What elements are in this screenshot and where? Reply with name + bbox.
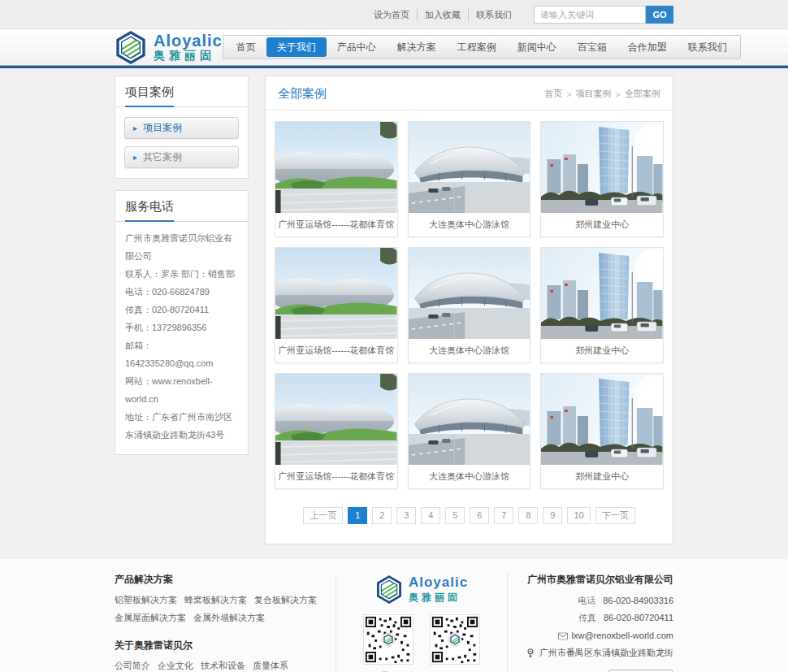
footer-about-title: 关于奥雅雷诺贝尔 <box>115 639 331 652</box>
breadcrumb: 首页>项目案例>全部案例 <box>544 88 660 100</box>
case-image <box>541 374 663 465</box>
footer-product-link[interactable]: 复合板解决方案 <box>254 594 317 606</box>
panel-head: 项目案例 <box>115 76 248 107</box>
sidebar-case-item[interactable]: ▸项目案例 <box>124 117 239 139</box>
nav-item-联系我们[interactable]: 联系我们 <box>678 37 738 57</box>
qr-code-block[interactable]: 进入微信网站 <box>428 614 482 672</box>
search-input[interactable] <box>534 6 646 24</box>
case-image <box>409 248 530 339</box>
footer-about-link[interactable]: 技术和设备 <box>201 660 245 672</box>
sidebar-cases-panel: 项目案例 ▸项目案例▸其它案例 <box>115 76 249 179</box>
brand-logo[interactable]: Aloyalic 奥雅丽固 <box>115 30 223 65</box>
pagination-next-button[interactable]: 下一页 <box>595 507 635 524</box>
footer-products-links: 铝塑板解决方案蜂窝板解决方案复合板解决方案金属屋面解决方案金属外墙解决方案 <box>115 594 331 624</box>
pagination-prev-button[interactable]: 上一页 <box>303 507 343 524</box>
footer-fax-row: 传真 86-020-80720411 <box>519 609 673 626</box>
pagination-page-1[interactable]: 1 <box>348 507 367 524</box>
case-caption: 郑州建业中心 <box>541 213 663 236</box>
phone-label: 电话 <box>578 592 595 609</box>
case-caption: 广州亚运场馆------花都体育馆 <box>275 339 397 362</box>
pagination-page-4[interactable]: 4 <box>421 507 440 524</box>
brand-name-cn: 奥雅丽固 <box>154 49 223 63</box>
search-go-button[interactable]: GO <box>646 6 673 24</box>
footer-product-link[interactable]: 金属屋面解决方案 <box>115 612 186 624</box>
main-panel: 全部案例 首页>项目案例>全部案例 广州亚运场馆------花都体育馆 大连奥体… <box>265 76 673 544</box>
case-card[interactable]: 大连奥体中心游泳馆 <box>408 247 531 363</box>
case-caption: 郑州建业中心 <box>541 465 663 488</box>
case-image <box>541 122 663 213</box>
service-line: 联系人：罗亲 部门：销售部 <box>125 265 238 283</box>
main-nav: 首页关于我们产品中心解决方案工程案例新闻中心百宝箱合作加盟联系我们 <box>223 35 741 59</box>
nav-item-首页[interactable]: 首页 <box>226 37 266 57</box>
breadcrumb-separator: > <box>566 89 571 99</box>
footer-brand-column: Aloyalic 奥雅丽固 进入手机网站进入微信网站 <box>336 573 508 672</box>
qr-code-image <box>363 614 413 665</box>
case-caption: 大连奥体中心游泳馆 <box>409 213 530 236</box>
footer-brand-logo[interactable]: Aloyalic 奥雅丽固 <box>375 574 468 605</box>
case-caption: 广州亚运场馆------花都体育馆 <box>275 213 397 236</box>
nav-item-关于我们[interactable]: 关于我们 <box>266 37 327 57</box>
footer-address-row: 广州市番禺区东涌镇勋业路勤龙街 <box>519 644 673 661</box>
topbar-link[interactable]: 加入收藏 <box>417 9 468 21</box>
case-card-grid: 广州亚运场馆------花都体育馆 大连奥体中心游泳馆 郑州建业中心 广州亚运场… <box>266 111 673 489</box>
footer-about-link[interactable]: 质量体系 <box>253 660 288 672</box>
sidebar: 项目案例 ▸项目案例▸其它案例 服务电话 广州市奥雅雷诺贝尔铝业有限公司联系人：… <box>115 76 249 455</box>
nav-item-解决方案[interactable]: 解决方案 <box>387 37 447 57</box>
cases-panel-title: 项目案例 <box>125 85 174 107</box>
case-image <box>409 122 530 213</box>
brand-name-en: Aloyalic <box>409 574 468 591</box>
topbar-link[interactable]: 联系我们 <box>468 9 519 21</box>
mail-icon <box>558 631 568 641</box>
email-value: lxw@renoxbell-world.com <box>572 627 673 644</box>
pagination-page-10[interactable]: 10 <box>567 507 590 524</box>
footer-product-link[interactable]: 铝塑板解决方案 <box>115 594 177 606</box>
footer-about-link[interactable]: 企业文化 <box>158 660 193 672</box>
pagination-page-8[interactable]: 8 <box>518 507 538 524</box>
case-caption: 广州亚运场馆------花都体育馆 <box>275 465 397 488</box>
qr-row: 进入手机网站进入微信网站 <box>362 614 482 672</box>
footer-email-row: lxw@renoxbell-world.com <box>519 627 673 644</box>
topbar: 设为首页加入收藏联系我们 GO <box>0 0 788 29</box>
footer-product-link[interactable]: 金属外墙解决方案 <box>193 612 265 624</box>
case-list: ▸项目案例▸其它案例 <box>115 107 248 178</box>
case-card[interactable]: 郑州建业中心 <box>540 373 664 489</box>
sidebar-case-item[interactable]: ▸其它案例 <box>124 146 239 168</box>
pagination-page-3[interactable]: 3 <box>396 507 416 524</box>
pagination-page-2[interactable]: 2 <box>372 507 392 524</box>
qr-code-block[interactable]: 进入手机网站 <box>362 614 415 672</box>
pagination: 上一页12345678910下一页 <box>266 489 673 544</box>
service-line: 广州市奥雅雷诺贝尔铝业有限公司 <box>125 229 238 265</box>
footer-products-title: 产品解决方案 <box>115 573 331 587</box>
header: Aloyalic 奥雅丽固 首页关于我们产品中心解决方案工程案例新闻中心百宝箱合… <box>0 29 788 65</box>
fax-value: 86-020-80720411 <box>604 609 673 626</box>
nav-item-新闻中心[interactable]: 新闻中心 <box>507 37 567 57</box>
pagination-page-6[interactable]: 6 <box>470 507 489 524</box>
pagination-page-5[interactable]: 5 <box>445 507 465 524</box>
service-line: 电话：020-66824789 <box>125 283 238 301</box>
location-pin-icon <box>526 648 535 658</box>
case-card[interactable]: 广州亚运场馆------花都体育馆 <box>275 247 398 363</box>
service-line: 传真：020-80720411 <box>125 301 238 319</box>
case-card[interactable]: 郑州建业中心 <box>540 121 664 237</box>
nav-item-合作加盟[interactable]: 合作加盟 <box>617 37 678 57</box>
breadcrumb-item[interactable]: 首页 <box>544 88 562 100</box>
service-line: 地址：广东省广州市南沙区东涌镇勋业路勤龙街43号 <box>125 408 238 444</box>
panel-head: 服务电话 <box>115 191 248 222</box>
footer-product-link[interactable]: 蜂窝板解决方案 <box>184 594 247 606</box>
pagination-page-9[interactable]: 9 <box>543 507 562 524</box>
topbar-link[interactable]: 设为首页 <box>366 9 417 21</box>
footer-contact-column: 广州市奥雅雷诺贝尔铝业有限公司 电话 86-020-84903316 传真 86… <box>508 573 673 672</box>
footer-about-link[interactable]: 公司简介 <box>115 660 150 672</box>
breadcrumb-item[interactable]: 全部案例 <box>625 88 660 100</box>
pagination-page-7[interactable]: 7 <box>494 507 513 524</box>
case-card[interactable]: 广州亚运场馆------花都体育馆 <box>275 373 398 489</box>
brand-name-cn: 奥雅丽固 <box>409 591 468 605</box>
breadcrumb-item[interactable]: 项目案例 <box>576 88 612 100</box>
case-card[interactable]: 大连奥体中心游泳馆 <box>408 121 531 237</box>
case-card[interactable]: 广州亚运场馆------花都体育馆 <box>275 121 398 237</box>
case-card[interactable]: 郑州建业中心 <box>540 247 664 363</box>
nav-item-产品中心[interactable]: 产品中心 <box>327 37 387 57</box>
nav-item-工程案例[interactable]: 工程案例 <box>447 37 507 57</box>
nav-item-百宝箱[interactable]: 百宝箱 <box>567 37 617 57</box>
case-card[interactable]: 大连奥体中心游泳馆 <box>408 373 531 489</box>
